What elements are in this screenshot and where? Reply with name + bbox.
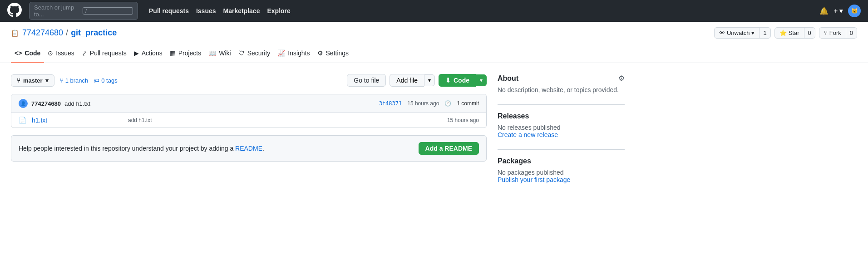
tab-actions-label: Actions (142, 49, 163, 57)
add-file-button[interactable]: Add file (390, 74, 424, 87)
main-content: ⑂ master ▾ ⑂ 1 branch 🏷 0 tags Go to fil… (0, 63, 636, 205)
projects-icon: ▦ (170, 49, 176, 57)
security-icon: 🛡 (238, 49, 245, 57)
add-button[interactable]: + ▾ (834, 7, 843, 15)
breadcrumb-separator: / (66, 28, 68, 38)
eye-icon: 👁 (719, 29, 725, 36)
tab-code-label: Code (25, 49, 40, 57)
branch-actions: Go to file Add file ▾ ⬇ Code ▾ (347, 74, 487, 87)
create-release-link[interactable]: Create a new release (498, 131, 558, 138)
releases-header: Releases (498, 112, 625, 120)
commit-hash[interactable]: 3f48371 (379, 100, 402, 107)
add-readme-button[interactable]: Add a README (419, 142, 479, 155)
add-file-dropdown[interactable]: ▾ (424, 74, 435, 86)
commit-info-row: 👤 774274680 add h1.txt 3f48371 15 hours … (11, 94, 486, 113)
releases-title: Releases (498, 112, 529, 120)
tag-icon: 🏷 (94, 77, 99, 84)
branch-count-link[interactable]: ⑂ 1 branch (60, 77, 89, 84)
pr-icon: ⤤ (82, 49, 87, 57)
branch-bar: ⑂ master ▾ ⑂ 1 branch 🏷 0 tags Go to fil… (11, 74, 487, 87)
repo-header-actions: 👁 Unwatch ▾ 1 ⭐ Star 0 ⑂ Fork 0 (714, 27, 857, 39)
tag-count-link[interactable]: 🏷 0 tags (94, 77, 117, 84)
packages-section: Packages No packages published Publish y… (498, 157, 625, 183)
tab-projects[interactable]: ▦ Projects (166, 44, 205, 63)
marketplace-link[interactable]: Marketplace (223, 7, 260, 15)
fork-icon: ⑂ (824, 29, 828, 36)
readme-banner: Help people interested in this repositor… (11, 135, 487, 162)
slash-badge: / (83, 7, 133, 15)
file-table: 👤 774274680 add h1.txt 3f48371 15 hours … (11, 94, 487, 128)
unwatch-button[interactable]: 👁 Unwatch ▾ 1 (714, 27, 771, 39)
repo-owner-link[interactable]: 774274680 (22, 28, 63, 38)
readme-banner-text: Help people interested in this repositor… (19, 145, 413, 152)
readme-link[interactable]: README (235, 145, 262, 152)
fork-count: 0 (846, 28, 857, 38)
tab-settings[interactable]: ⚙ Settings (314, 44, 353, 63)
issues-link[interactable]: Issues (196, 7, 216, 15)
user-avatar[interactable]: 🐱 (848, 5, 861, 17)
notifications-bell[interactable]: 🔔 (819, 7, 829, 15)
releases-empty-text: No releases published (498, 124, 625, 131)
file-time: 15 hours ago (447, 117, 479, 123)
file-commit-message: add h1.txt (128, 117, 442, 123)
tag-count: 0 tags (101, 77, 117, 84)
tab-projects-label: Projects (178, 49, 202, 57)
download-icon: ⬇ (445, 77, 451, 84)
top-nav-right: 🔔 + ▾ 🐱 (819, 5, 861, 17)
tab-actions[interactable]: ▶ Actions (130, 44, 166, 63)
code-dropdown-button[interactable]: ▾ (476, 74, 487, 86)
packages-empty-text: No packages published (498, 169, 625, 176)
about-gear-icon[interactable]: ⚙ (618, 74, 625, 83)
branch-stats: ⑂ 1 branch 🏷 0 tags (60, 77, 118, 84)
top-nav-links: Pull requests Issues Marketplace Explore (149, 7, 291, 15)
unwatch-dropdown-icon: ▾ (751, 29, 755, 36)
tab-security-label: Security (247, 49, 271, 57)
issues-icon: ⊙ (48, 49, 53, 57)
branch-selector[interactable]: ⑂ master ▾ (11, 74, 54, 87)
commit-count[interactable]: 1 commit (457, 100, 479, 107)
github-logo[interactable] (7, 3, 22, 20)
publish-package-link[interactable]: Publish your first package (498, 176, 570, 183)
go-to-file-button[interactable]: Go to file (347, 74, 386, 87)
history-icon: 🕐 (444, 100, 451, 107)
tab-security[interactable]: 🛡 Security (235, 44, 274, 63)
tab-issues[interactable]: ⊙ Issues (44, 44, 78, 63)
unwatch-label: Unwatch (727, 29, 750, 36)
unwatch-count: 1 (759, 28, 770, 38)
commit-author: 774274680 (31, 100, 61, 107)
repo-content: ⑂ master ▾ ⑂ 1 branch 🏷 0 tags Go to fil… (11, 74, 487, 194)
file-name-link[interactable]: h1.txt (32, 117, 123, 124)
releases-section: Releases No releases published Create a … (498, 112, 625, 138)
repo-name-link[interactable]: git_practice (71, 28, 117, 38)
breadcrumb: 774274680 / git_practice (22, 28, 117, 38)
branch-count-icon: ⑂ (60, 77, 64, 84)
file-icon: 📄 (19, 117, 26, 124)
search-box[interactable]: Search or jump to... / (29, 2, 138, 20)
repo-header: 📋 774274680 / git_practice 👁 Unwatch ▾ 1… (0, 22, 868, 44)
repo-icon: 📋 (11, 29, 19, 37)
branch-count: 1 branch (65, 77, 89, 84)
tab-pr-label: Pull requests (90, 49, 127, 57)
explore-link[interactable]: Explore (267, 7, 290, 15)
settings-icon: ⚙ (317, 49, 323, 57)
about-section: About ⚙ No description, website, or topi… (498, 74, 625, 93)
branch-dropdown-icon: ▾ (45, 77, 49, 84)
tab-wiki[interactable]: 📖 Wiki (205, 44, 234, 63)
star-label: Star (789, 29, 799, 36)
about-header: About ⚙ (498, 74, 625, 83)
packages-title: Packages (498, 157, 531, 165)
fork-button[interactable]: ⑂ Fork 0 (819, 27, 857, 39)
tab-code[interactable]: <> Code (11, 44, 44, 63)
tab-pull-requests[interactable]: ⤤ Pull requests (78, 44, 130, 63)
pull-requests-link[interactable]: Pull requests (149, 7, 189, 15)
repo-tabs: <> Code ⊙ Issues ⤤ Pull requests ▶ Actio… (0, 44, 868, 63)
fork-label: Fork (829, 29, 841, 36)
about-title: About (498, 74, 518, 83)
sidebar: About ⚙ No description, website, or topi… (498, 74, 625, 194)
branch-icon: ⑂ (17, 77, 20, 84)
star-button[interactable]: ⭐ Star 0 (774, 27, 815, 39)
code-main-button[interactable]: ⬇ Code (439, 74, 476, 87)
add-file-group: Add file ▾ (390, 74, 435, 87)
tab-insights[interactable]: 📈 Insights (274, 44, 313, 63)
top-navigation: Search or jump to... / Pull requests Iss… (0, 0, 868, 22)
